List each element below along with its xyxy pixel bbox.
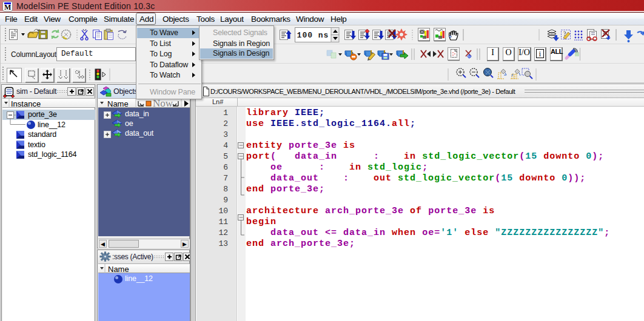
svg-text:?: ? bbox=[563, 30, 566, 37]
svg-text:100 ns: 100 ns bbox=[297, 31, 329, 40]
